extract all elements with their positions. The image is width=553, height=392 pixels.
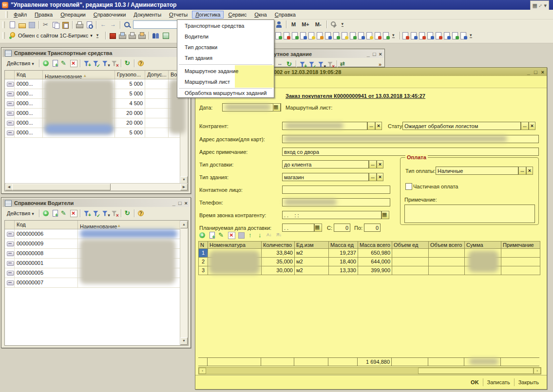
to-input[interactable] (364, 224, 381, 232)
actions-button[interactable]: Действия ▾ (4, 209, 37, 217)
contractors-icon[interactable] (152, 32, 160, 39)
menu-documents[interactable]: Документы (130, 11, 165, 19)
payment-note-input[interactable] (404, 205, 535, 223)
close-button[interactable]: × (541, 69, 544, 75)
menu-operations[interactable]: Операции (57, 11, 89, 19)
status-input[interactable] (402, 122, 521, 130)
ok-button[interactable]: OK (467, 378, 483, 386)
memory-subtract-button[interactable]: M- (313, 21, 324, 28)
toolbar-options-icon[interactable] (390, 32, 398, 39)
menu-item-route-sheet[interactable]: Маршрутный лист (178, 76, 273, 87)
clear-button[interactable]: × (526, 167, 533, 175)
menu-logistics[interactable]: Логистика (192, 11, 224, 19)
report-icon[interactable] (426, 32, 434, 39)
column-mass-unit[interactable]: Масса ед (329, 242, 358, 248)
search-icon[interactable] (123, 21, 131, 29)
column-unit[interactable]: Ед.изм (295, 242, 329, 248)
scroll-left-icon[interactable]: ‹ (199, 368, 206, 374)
menu-reports[interactable]: Отчеты (166, 11, 191, 19)
select-button[interactable]: ... (518, 167, 526, 175)
print-document-icon[interactable] (138, 32, 146, 39)
memory-add-button[interactable]: M+ (300, 21, 311, 28)
menu-item-route-task-processing[interactable]: Обработка маршрутных заданий (178, 89, 273, 97)
column-code[interactable]: Код (15, 221, 78, 229)
scrollbar-thumb[interactable] (418, 368, 534, 374)
clear-button[interactable]: × (377, 160, 383, 168)
report-icon[interactable] (443, 32, 451, 39)
select-button[interactable]: ... (367, 122, 375, 130)
contact-input[interactable] (282, 186, 390, 194)
edit-icon[interactable] (218, 231, 226, 239)
column-mass-total[interactable]: Масса всего (358, 242, 392, 248)
actions-button[interactable]: Действия ▾ (4, 59, 37, 67)
maximize-button[interactable]: □ (534, 69, 537, 75)
select-button[interactable]: ... (369, 173, 377, 181)
horizontal-scrollbar[interactable]: ◀ ▶ (5, 183, 188, 191)
new-document-icon[interactable] (8, 21, 16, 29)
exchange-doc-icon[interactable] (382, 32, 390, 39)
minimize-button[interactable]: _ (172, 200, 175, 206)
toolbar-grip[interactable] (5, 11, 8, 18)
filter-add-icon[interactable] (83, 59, 91, 67)
calendar-icon[interactable] (314, 224, 322, 232)
maximize-button[interactable]: □ (373, 51, 376, 57)
column-name[interactable]: Наименование (78, 221, 180, 229)
minimize-button[interactable]: _ (527, 69, 530, 75)
coins-doc-icon[interactable] (307, 32, 315, 39)
menu-help[interactable]: Справка (271, 11, 299, 19)
menu-item-transport[interactable]: Транспортные средства (178, 20, 273, 31)
edit-icon[interactable] (60, 209, 68, 217)
filter-menu-icon[interactable] (101, 59, 109, 67)
print-document-icon[interactable] (128, 32, 136, 39)
move-down-icon[interactable] (257, 231, 265, 239)
clear-button[interactable]: × (529, 122, 535, 130)
edit-icon[interactable] (60, 59, 68, 67)
call-time-input[interactable] (282, 211, 381, 219)
sort-desc-icon[interactable] (276, 231, 284, 239)
clear-button[interactable]: × (377, 173, 383, 181)
payment-type-input[interactable] (436, 167, 518, 175)
filter-clear-icon[interactable] (111, 59, 118, 67)
save-rows-icon[interactable] (237, 231, 245, 239)
menu-edit[interactable]: Правка (31, 11, 56, 19)
menu-item-delivery-type[interactable]: Тип доставки (178, 42, 273, 53)
report-icon[interactable] (418, 32, 426, 39)
exchange-1c-bitrix-button[interactable]: Обмен с сайтом 1С-Битрикс (18, 33, 88, 38)
exchange-doc-icon[interactable] (291, 32, 299, 39)
column-code[interactable]: Код (15, 71, 43, 79)
close-window-button[interactable]: Закрыть (515, 378, 543, 386)
transport-catalog-window[interactable]: Справочник Транспортные средства Действи… (1, 47, 191, 194)
paste-icon[interactable] (61, 21, 69, 29)
coins-doc-icon[interactable] (341, 32, 348, 39)
delivery-type-input[interactable] (282, 160, 369, 168)
menu-item-route-task[interactable]: Маршрутное задание (178, 66, 273, 76)
filter-clear-icon[interactable] (111, 209, 118, 217)
column-capacity[interactable]: Грузопо... (115, 71, 145, 79)
user-icon[interactable] (275, 20, 283, 28)
scales-icon[interactable] (162, 32, 170, 39)
add-copy-icon[interactable] (51, 59, 59, 67)
copy-icon[interactable] (52, 21, 59, 29)
scroll-right-icon[interactable]: ▶ (180, 184, 188, 190)
toolbar-grip[interactable] (2, 32, 5, 39)
menu-item-building-type[interactable]: Тип здания (178, 53, 273, 63)
save-icon[interactable] (28, 21, 36, 29)
from-input[interactable] (334, 224, 350, 232)
menu-item-drivers[interactable]: Водители (178, 31, 273, 42)
site-exchange-icon[interactable] (8, 32, 16, 39)
print-icon[interactable] (76, 21, 83, 29)
maximize-button[interactable]: □ (178, 200, 182, 206)
exchange-doc-icon[interactable] (274, 32, 282, 39)
column-n[interactable]: N (199, 242, 208, 248)
dropdown-icon[interactable]: ▾ (90, 33, 93, 38)
memory-recall-button[interactable]: M (289, 21, 298, 28)
report-icon[interactable] (410, 32, 418, 39)
delete-icon[interactable] (228, 231, 235, 239)
chevron-down-icon[interactable]: ▾ (544, 2, 547, 9)
toolbar-options-icon[interactable] (95, 32, 102, 39)
report-icon[interactable] (459, 32, 467, 39)
horizontal-scrollbar[interactable]: ‹ › (198, 367, 541, 374)
scrollbar-thumb[interactable] (12, 184, 111, 190)
vertical-scrollbar[interactable]: ▲ ▼ (180, 221, 188, 345)
menu-service[interactable]: Сервис (225, 11, 250, 19)
